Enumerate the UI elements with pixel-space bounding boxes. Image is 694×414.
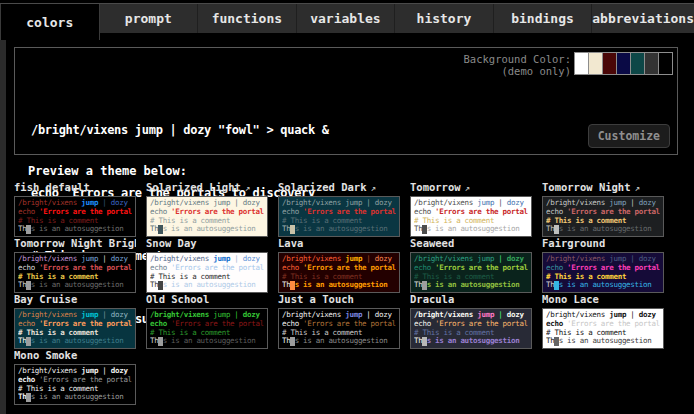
theme-sample-line: /bright/vixens jump | dozy " xyxy=(414,255,528,264)
theme-sample[interactable]: /bright/vixens jump | dozy "echo 'Errors… xyxy=(146,252,268,293)
token-path: /bright/vixens xyxy=(546,199,605,207)
theme-lava[interactable]: Lava /bright/vixens jump | dozy "echo 'E… xyxy=(278,237,400,293)
theme-sample[interactable]: /bright/vixens jump | dozy "echo 'Errors… xyxy=(14,252,136,293)
theme-name: Bay Cruise xyxy=(14,293,77,305)
theme-fish-default[interactable]: fish default /bright/vixens jump | dozy … xyxy=(14,181,136,237)
token-quote: 'Errors are the portals xyxy=(567,320,660,328)
theme-mono-smoke[interactable]: Mono Smoke /bright/vixens jump | dozy "e… xyxy=(14,349,136,405)
background-swatch-row xyxy=(575,52,673,75)
customize-button[interactable]: Customize xyxy=(588,124,670,148)
theme-sample[interactable]: /bright/vixens jump | dozy "echo 'Errors… xyxy=(278,196,400,237)
theme-sample-line: /bright/vixens jump | dozy " xyxy=(150,311,264,320)
background-swatch-teal[interactable] xyxy=(630,52,645,75)
token-path: /bright/vixens xyxy=(18,199,77,207)
tab-abbreviations[interactable]: abbreviations xyxy=(592,4,694,33)
background-color-label-line1: Background Color: xyxy=(464,53,571,65)
token-echo: echo xyxy=(414,320,431,328)
token-pipe: | xyxy=(630,311,634,319)
external-link-icon[interactable]: ↗ xyxy=(371,183,376,193)
token-echo: echo xyxy=(414,208,431,216)
theme-mono-lace[interactable]: Mono Lace /bright/vixens jump | dozy "ec… xyxy=(542,293,664,349)
token-echo: echo xyxy=(150,208,167,216)
tab-bindings[interactable]: bindings xyxy=(494,4,593,33)
theme-sample[interactable]: /bright/vixens jump | dozy "echo 'Errors… xyxy=(278,252,400,293)
tab-label: bindings xyxy=(511,11,574,26)
tab-prompt[interactable]: prompt xyxy=(100,4,199,33)
token-autosuggestion: s is an autosuggestion xyxy=(163,281,256,289)
theme-sample[interactable]: /bright/vixens jump | dozy "echo 'Errors… xyxy=(410,308,532,349)
tab-label: variables xyxy=(310,11,380,26)
theme-sample-line: /bright/vixens jump | dozy " xyxy=(18,367,132,376)
token-quote: 'Errors are the portals xyxy=(435,320,528,328)
theme-sample[interactable]: /bright/vixens jump | dozy "echo 'Errors… xyxy=(542,196,664,237)
tab-history[interactable]: history xyxy=(395,4,494,33)
background-swatch-dark-gray[interactable] xyxy=(644,52,659,75)
theme-sample[interactable]: /bright/vixens jump | dozy "echo 'Errors… xyxy=(410,252,532,293)
theme-sample[interactable]: /bright/vixens jump | dozy "echo 'Errors… xyxy=(278,308,400,349)
theme-name: Lava xyxy=(278,237,303,249)
theme-tomorrow[interactable]: Tomorrow↗ /bright/vixens jump | dozy "ec… xyxy=(410,181,532,237)
token-dozy: dozy xyxy=(639,255,656,263)
theme-sample-line: # This is a comment xyxy=(18,385,132,394)
theme-sample[interactable]: /bright/vixens jump | dozy "echo 'Errors… xyxy=(542,252,664,293)
token-quote: 'Errors are the portals xyxy=(39,208,132,216)
theme-old-school[interactable]: Old School /bright/vixens jump | dozy "e… xyxy=(146,293,268,349)
tab-label: functions xyxy=(212,11,282,26)
external-link-icon[interactable]: ↗ xyxy=(465,183,470,193)
theme-bay-cruise[interactable]: Bay Cruise /bright/vixens jump | dozy "e… xyxy=(14,293,136,349)
token-echo: echo xyxy=(282,208,299,216)
background-swatch-cream[interactable] xyxy=(588,52,603,75)
theme-dracula[interactable]: Dracula /bright/vixens jump | dozy "echo… xyxy=(410,293,532,349)
background-swatch-white[interactable] xyxy=(574,52,589,75)
theme-sample[interactable]: /bright/vixens jump | dozy "echo 'Errors… xyxy=(14,308,136,349)
theme-solarized-dark[interactable]: Solarized Dark↗ /bright/vixens jump | do… xyxy=(278,181,400,237)
theme-sample-line: echo 'Errors are the portals xyxy=(414,208,528,217)
tab-variables[interactable]: variables xyxy=(297,4,396,33)
theme-name: Dracula xyxy=(410,293,454,305)
theme-sample-line: # This is a comment xyxy=(150,217,264,226)
token-dozy: dozy xyxy=(639,199,656,207)
tab-functions[interactable]: functions xyxy=(198,4,297,33)
token-dozy: dozy xyxy=(507,255,524,263)
theme-sample[interactable]: /bright/vixens jump | dozy "echo 'Errors… xyxy=(146,308,268,349)
token-jump: jump xyxy=(477,311,494,319)
theme-fairground[interactable]: Fairground /bright/vixens jump | dozy "e… xyxy=(542,237,664,293)
theme-sample-line: /bright/vixens jump | dozy " xyxy=(282,199,396,208)
theme-sample[interactable]: /bright/vixens jump | dozy "echo 'Errors… xyxy=(410,196,532,237)
theme-sample[interactable]: /bright/vixens jump | dozy "echo 'Errors… xyxy=(146,196,268,237)
token-pipe: | xyxy=(234,311,238,319)
page-left-edge xyxy=(0,36,6,414)
theme-sample-line: echo 'Errors are the portals xyxy=(150,264,264,273)
theme-just-a-touch[interactable]: Just a Touch /bright/vixens jump | dozy … xyxy=(278,293,400,349)
token-path: /bright/vixens xyxy=(150,255,209,263)
external-link-icon[interactable]: ↗ xyxy=(635,183,640,193)
theme-sample-line: # This is a comment xyxy=(414,329,528,338)
background-color-label-line2: (demo only) xyxy=(464,65,571,77)
theme-sample[interactable]: /bright/vixens jump | dozy "echo 'Errors… xyxy=(14,196,136,237)
background-swatch-dark-red[interactable] xyxy=(602,52,617,75)
theme-seaweed[interactable]: Seaweed /bright/vixens jump | dozy "echo… xyxy=(410,237,532,293)
token-path: /bright/vixens xyxy=(546,255,605,263)
theme-sample-line: # This is a comment xyxy=(18,329,132,338)
theme-snow-day[interactable]: Snow Day /bright/vixens jump | dozy "ech… xyxy=(146,237,268,293)
background-swatch-navy[interactable] xyxy=(616,52,631,75)
tab-colors[interactable]: colors xyxy=(0,4,100,40)
theme-solarized-light[interactable]: Solarized Light↗ /bright/vixens jump | d… xyxy=(146,181,268,237)
token-autosuggestion: s is an autosuggestion xyxy=(427,225,520,233)
token-jump: jump xyxy=(609,311,626,319)
theme-tomorrow-night-bright[interactable]: Tomorrow Night Bright↗ /bright/vixens ju… xyxy=(14,237,136,293)
theme-sample[interactable]: /bright/vixens jump | dozy "echo 'Errors… xyxy=(542,308,664,349)
theme-name: Mono Smoke xyxy=(14,349,77,361)
theme-sample-line: This is an autosuggestion xyxy=(414,281,528,290)
theme-sample[interactable]: /bright/vixens jump | dozy "echo 'Errors… xyxy=(14,364,136,405)
theme-tomorrow-night[interactable]: Tomorrow Night↗ /bright/vixens jump | do… xyxy=(542,181,664,237)
token-dozy: dozy xyxy=(639,311,656,319)
theme-sample-line: echo 'Errors are the portals xyxy=(282,208,396,217)
external-link-icon[interactable]: ↗ xyxy=(245,183,250,193)
token-dozy: dozy xyxy=(111,311,128,319)
token-prefix: Th xyxy=(18,337,26,345)
background-swatch-black[interactable] xyxy=(658,52,673,75)
token-comment: # This is a comment xyxy=(414,217,494,225)
token-quote: 'Errors are the portals xyxy=(567,208,660,216)
token-comment: # This is a comment xyxy=(18,217,98,225)
